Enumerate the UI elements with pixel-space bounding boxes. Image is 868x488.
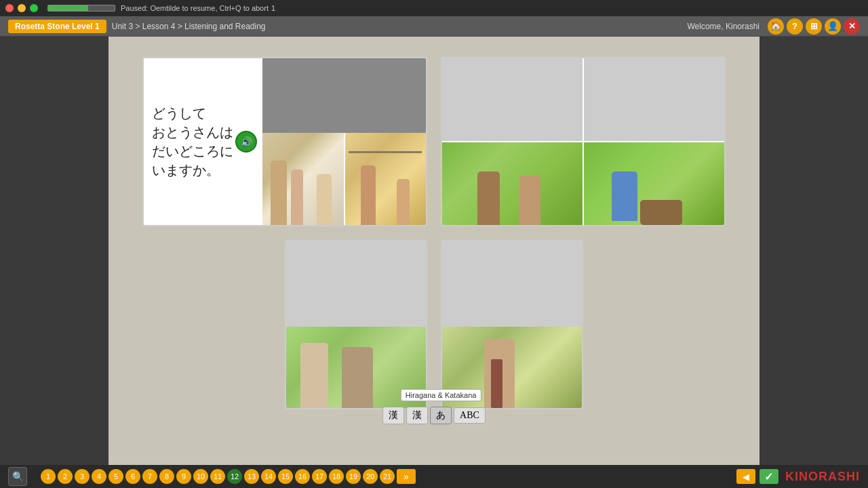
page-6[interactable]: 6 bbox=[125, 469, 140, 484]
answer-cell-3[interactable] bbox=[442, 142, 583, 225]
question-bottom-images bbox=[262, 133, 426, 225]
maximize-traffic-light[interactable] bbox=[30, 4, 38, 12]
page-16[interactable]: 16 bbox=[295, 469, 310, 484]
hiragana-button[interactable]: あ bbox=[430, 407, 452, 424]
search-icon: 🔍 bbox=[12, 471, 24, 482]
question-image-1[interactable] bbox=[262, 133, 344, 225]
question-images bbox=[262, 58, 426, 225]
grid-button[interactable]: ⊞ bbox=[806, 18, 822, 35]
top-row: どうして おとうさんは だいどころに いますか。 🔊 bbox=[108, 37, 760, 226]
page-12-active[interactable]: 12 bbox=[227, 469, 242, 484]
back-icon: ◀ bbox=[743, 472, 749, 482]
progress-bar-container bbox=[47, 5, 115, 12]
question-card: どうして おとうさんは だいどころに いますか。 🔊 bbox=[142, 57, 427, 226]
check-button[interactable]: ✓ bbox=[760, 469, 778, 484]
kanji-button-1[interactable]: 漢 bbox=[382, 407, 404, 424]
close-traffic-light[interactable] bbox=[5, 4, 14, 12]
back-button[interactable]: ◀ bbox=[736, 469, 755, 484]
minimize-traffic-light[interactable] bbox=[18, 4, 26, 12]
profile-button[interactable]: 👤 bbox=[825, 18, 841, 35]
bottom-card-1[interactable] bbox=[285, 240, 427, 409]
page-11[interactable]: 11 bbox=[210, 469, 225, 484]
page-7[interactable]: 7 bbox=[142, 469, 157, 484]
kinorashi-logo: KINORASHI bbox=[785, 470, 860, 484]
ime-toolbar: 漢 漢 あ Hiragana & Katakana ABC bbox=[382, 407, 486, 424]
answer-cell-2[interactable] bbox=[584, 58, 724, 141]
welcome-text: Welcome, Kinorashi bbox=[688, 22, 760, 31]
page-14[interactable]: 14 bbox=[261, 469, 276, 484]
page-5[interactable]: 5 bbox=[108, 469, 123, 484]
next-page-button[interactable]: » bbox=[397, 469, 416, 484]
page-19[interactable]: 19 bbox=[346, 469, 361, 484]
page-15[interactable]: 15 bbox=[278, 469, 293, 484]
bottom-row bbox=[108, 240, 760, 409]
right-controls: ◀ ✓ KINORASHI bbox=[736, 469, 860, 484]
nav-right: Welcome, Kinorashi 🏠 ? ⊞ 👤 ✕ bbox=[688, 18, 861, 35]
hiragana-tooltip: Hiragana & Katakana bbox=[401, 389, 481, 401]
breadcrumb: Unit 3 > Lesson 4 > Listening and Readin… bbox=[112, 22, 266, 31]
home-button[interactable]: 🏠 bbox=[768, 18, 784, 35]
bottom-card-1-top bbox=[286, 241, 426, 327]
main-content: どうして おとうさんは だいどころに いますか。 🔊 bbox=[108, 37, 760, 465]
search-button[interactable]: 🔍 bbox=[8, 467, 27, 486]
kanji-button-2[interactable]: 漢 bbox=[406, 407, 428, 424]
page-8[interactable]: 8 bbox=[159, 469, 174, 484]
page-2[interactable]: 2 bbox=[58, 469, 73, 484]
page-10[interactable]: 10 bbox=[193, 469, 208, 484]
window-number: 1 bbox=[271, 4, 275, 12]
page-1[interactable]: 1 bbox=[41, 469, 56, 484]
abc-button[interactable]: ABC bbox=[454, 407, 486, 424]
answer-card bbox=[441, 57, 726, 226]
page-21[interactable]: 21 bbox=[380, 469, 395, 484]
answer-cell-4[interactable] bbox=[584, 142, 724, 225]
help-button[interactable]: ? bbox=[787, 18, 803, 35]
answer-cell-1[interactable] bbox=[442, 58, 583, 141]
page-18[interactable]: 18 bbox=[329, 469, 344, 484]
page-13[interactable]: 13 bbox=[244, 469, 259, 484]
page-9[interactable]: 9 bbox=[176, 469, 191, 484]
navbar-close-button[interactable]: ✕ bbox=[844, 18, 860, 35]
check-icon: ✓ bbox=[764, 471, 773, 483]
question-text-area: どうして おとうさんは だいどころに いますか。 🔊 bbox=[144, 58, 262, 225]
page-4[interactable]: 4 bbox=[92, 469, 106, 484]
progress-bar-fill bbox=[48, 5, 88, 11]
bottom-card-2-top bbox=[442, 241, 582, 327]
pause-status-text: Paused: Oemtilde to resume, Ctrl+Q to ab… bbox=[121, 4, 269, 12]
page-numbers: 1 2 3 4 5 6 7 8 9 10 11 12 13 14 15 16 1… bbox=[41, 469, 416, 484]
page-17[interactable]: 17 bbox=[312, 469, 327, 484]
question-image-2[interactable] bbox=[345, 133, 427, 225]
page-3[interactable]: 3 bbox=[75, 469, 90, 484]
question-top-image[interactable] bbox=[262, 58, 426, 133]
page-20[interactable]: 20 bbox=[363, 469, 378, 484]
left-sidebar bbox=[0, 16, 108, 479]
bottom-card-2[interactable] bbox=[441, 240, 583, 409]
nav-left: Rosetta Stone Level 1 Unit 3 > Lesson 4 … bbox=[8, 20, 266, 33]
course-title[interactable]: Rosetta Stone Level 1 bbox=[8, 20, 106, 33]
audio-play-button[interactable]: 🔊 bbox=[235, 131, 257, 152]
